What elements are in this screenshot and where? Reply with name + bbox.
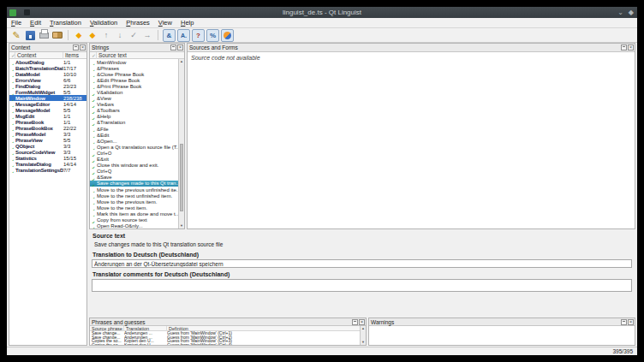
form-preview-toggle[interactable] [221, 29, 234, 42]
validate-accelerators-toggle[interactable] [163, 29, 176, 42]
context-row[interactable]: TranslateDialog 14/14 [9, 161, 86, 167]
prev-unfinished-button[interactable] [73, 29, 85, 41]
context-row[interactable]: MessageModel 5/5 [9, 107, 86, 113]
context-row[interactable]: DataModel 10/10 [9, 71, 86, 77]
float-panel-icon[interactable] [621, 45, 627, 50]
window-control-icon[interactable]: ◆ [629, 9, 634, 16]
next-unfinished-button[interactable] [86, 29, 98, 41]
open-phrase-book-button[interactable] [52, 32, 63, 39]
string-row[interactable]: &Save [90, 175, 178, 181]
done-icon [90, 96, 97, 102]
chevron-down-icon[interactable]: ⌄ [617, 9, 623, 16]
scroll-down-icon[interactable]: ▼ [361, 340, 366, 345]
close-panel-icon[interactable] [359, 319, 365, 325]
string-row[interactable]: &Help [90, 114, 178, 120]
string-row[interactable]: Move to the next item. [90, 205, 178, 211]
string-row[interactable]: &Open... [90, 138, 178, 144]
string-row[interactable]: &Phrases [90, 65, 178, 71]
string-row[interactable]: Ctrl+Q [90, 169, 178, 175]
context-row[interactable]: Statistics 15/15 [9, 155, 86, 161]
copy-from-source-button[interactable] [141, 29, 153, 41]
translation-input[interactable] [92, 259, 632, 268]
menu-item[interactable]: View [154, 18, 176, 27]
context-column-header[interactable]: Context Items [9, 52, 86, 59]
source-text: &Edit Phrase Book [97, 78, 178, 83]
close-panel-icon[interactable] [628, 45, 634, 50]
save-button[interactable] [26, 31, 35, 40]
menu-item[interactable]: File [7, 18, 26, 27]
strings-scrollbar[interactable]: ▲ ▼ [178, 59, 184, 228]
print-button[interactable] [39, 33, 49, 39]
string-row[interactable]: &Edit [90, 132, 178, 138]
menu-item[interactable]: Validation [86, 18, 122, 27]
string-row[interactable]: &Toolbars [90, 108, 178, 114]
string-row[interactable]: Open Read-O&nly... [90, 223, 178, 228]
menu-item[interactable]: Phrases [122, 18, 154, 27]
context-row[interactable]: MainWindow 238/238 [9, 95, 86, 101]
string-row[interactable]: &View [90, 96, 178, 102]
string-row[interactable]: Mark this item as done and move t... [90, 211, 178, 217]
done-and-next-button[interactable] [128, 29, 140, 41]
phrase-row[interactable]: Copies the so... Kopiert den U... Guess … [90, 343, 360, 346]
context-row[interactable]: AboutDialog 1/1 [9, 59, 86, 65]
string-row[interactable]: Move to the next unfinished item. [90, 193, 178, 199]
context-row[interactable]: BatchTranslationDialog 17/17 [9, 65, 86, 71]
context-row[interactable]: SourceCodeView 3/3 [9, 149, 86, 155]
string-row[interactable]: &File [90, 126, 178, 132]
context-row[interactable]: ErrorsView 6/6 [9, 77, 86, 83]
menu-item[interactable]: Help [176, 18, 198, 27]
context-row[interactable]: QObject 3/3 [9, 143, 86, 149]
context-row[interactable]: PhraseBook 1/1 [9, 119, 86, 125]
string-row[interactable]: &Print Phrase Book [90, 83, 178, 89]
string-row[interactable]: E&xit [90, 157, 178, 163]
scroll-up-icon[interactable]: ▲ [179, 59, 184, 64]
strings-column-header[interactable]: Source text [90, 52, 184, 59]
string-row[interactable]: &Translation [90, 120, 178, 126]
window-title: linguist_de.ts - Qt Linguist [7, 9, 637, 16]
context-row[interactable]: MsgEdit 1/1 [9, 113, 86, 119]
string-row[interactable]: &Close Phrase Book [90, 71, 178, 77]
string-row[interactable]: Open a Qt translation source file (T... [90, 144, 178, 150]
string-row[interactable]: V&alidation [90, 89, 178, 95]
string-row[interactable]: Ctrl+O [90, 150, 178, 156]
validate-phrase-matches-toggle[interactable] [192, 29, 205, 42]
string-row[interactable]: Close this window and exit. [90, 163, 178, 169]
menu-item[interactable]: Edit [26, 18, 45, 27]
context-row[interactable]: TranslationSettingsDialog 7/7 [9, 167, 86, 173]
scrollbar-thumb[interactable] [180, 144, 183, 211]
context-row[interactable]: PhraseBookBox 22/22 [9, 125, 86, 131]
next-item-button[interactable] [114, 29, 126, 41]
float-panel-icon[interactable] [621, 319, 627, 325]
string-row[interactable]: Save changes made to this Qt tran... [90, 181, 178, 187]
float-panel-icon[interactable] [170, 45, 176, 50]
prev-item-button[interactable] [100, 29, 112, 41]
context-row[interactable]: PhraseModel 3/3 [9, 131, 86, 137]
context-items-count: 3/3 [63, 150, 86, 155]
context-row[interactable]: MessageEditor 14/14 [9, 101, 86, 107]
string-row[interactable]: Move to the previous item. [90, 199, 178, 205]
close-panel-icon[interactable] [177, 45, 183, 50]
phrases-scrollbar[interactable]: ▲ ▼ [360, 326, 366, 345]
context-row[interactable]: FindDialog 23/23 [9, 83, 86, 89]
float-panel-icon[interactable] [73, 45, 79, 50]
close-panel-icon[interactable] [628, 319, 634, 325]
done-icon [9, 155, 15, 161]
scroll-down-icon[interactable]: ▼ [179, 223, 184, 228]
open-file-button[interactable] [10, 29, 22, 41]
menu-item[interactable]: Translation [45, 18, 86, 27]
string-row[interactable]: MainWindow [90, 59, 178, 65]
done-icon [9, 71, 15, 77]
validate-place-markers-toggle[interactable] [206, 29, 219, 42]
close-panel-icon[interactable] [80, 45, 86, 50]
scroll-up-icon[interactable]: ▲ [361, 326, 366, 331]
float-panel-icon[interactable] [352, 319, 358, 325]
string-row[interactable]: Copy from source text [90, 217, 178, 223]
string-row[interactable]: Vie&ws [90, 102, 178, 108]
translator-comments-input[interactable] [92, 279, 632, 292]
done-icon [9, 119, 15, 125]
context-row[interactable]: FormMultiWidget 5/5 [9, 89, 86, 95]
string-row[interactable]: Move to the previous unfinished ite... [90, 187, 178, 193]
context-row[interactable]: PhraseView 5/5 [9, 137, 86, 143]
string-row[interactable]: &Edit Phrase Book [90, 77, 178, 83]
validate-punctuation-toggle[interactable] [177, 29, 190, 42]
